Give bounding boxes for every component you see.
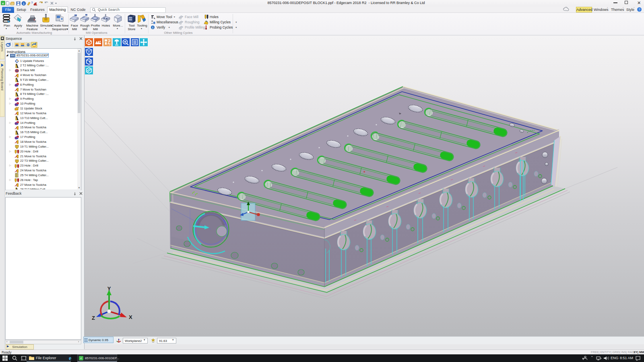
- svg-text:Y: Y: [107, 286, 111, 292]
- svg-text:?: ?: [109, 43, 111, 46]
- svg-text:Z: Z: [92, 315, 95, 321]
- svg-text:?: ?: [31, 1, 33, 4]
- svg-text:e: e: [2, 1, 4, 5]
- svg-text:i: i: [152, 26, 153, 29]
- svg-text:X: X: [129, 314, 132, 320]
